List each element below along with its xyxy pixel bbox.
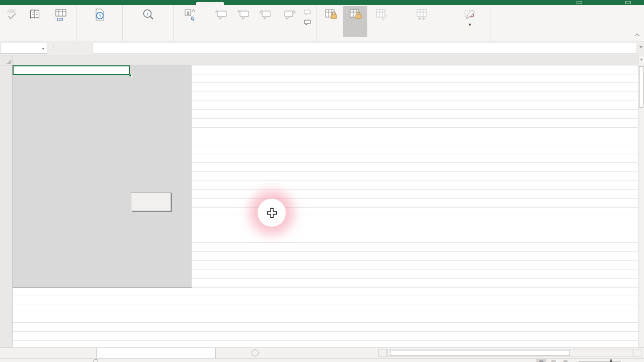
- protect-workbook-icon: [349, 7, 362, 22]
- previous-comment-icon: [259, 7, 272, 22]
- macro-record-icon[interactable]: [94, 359, 98, 362]
- ribbon-group-label: [0, 39, 76, 41]
- show-all-comments-button[interactable]: [304, 20, 313, 27]
- horizontal-scroll-thumb[interactable]: [390, 350, 570, 356]
- show-all-comments-icon: [304, 20, 311, 27]
- status-bar: ▦ ▤ ▥: [0, 358, 644, 362]
- ribbon-group-label: [77, 39, 122, 41]
- sheet-tab-active[interactable]: [96, 348, 216, 358]
- smart-lookup-button[interactable]: i: [124, 6, 172, 37]
- ribbon-group-protect: [317, 5, 449, 41]
- fill-handle[interactable]: [129, 74, 132, 77]
- column-headers: [0, 55, 638, 65]
- ribbon-options-icon[interactable]: [577, 1, 582, 4]
- delete-comment-icon: ✕: [237, 7, 250, 22]
- title-bar: [0, 0, 644, 5]
- ribbon-group-comments: + ✕: [207, 5, 317, 41]
- svg-text:ą: ą: [191, 15, 194, 21]
- row-headers: [0, 65, 13, 347]
- svg-text:123: 123: [56, 17, 63, 21]
- next-comment-button: [278, 6, 302, 37]
- selected-cell-a1[interactable]: [13, 65, 130, 75]
- horizontal-scrollbar[interactable]: [378, 349, 642, 357]
- spelling-icon: ABC: [6, 7, 19, 22]
- page-layout-view-icon[interactable]: ▤: [548, 359, 558, 362]
- sheet-grid[interactable]: [13, 65, 638, 347]
- ribbon-group-label: [123, 39, 173, 41]
- excel-window: ABC 123: [0, 0, 644, 362]
- previous-comment-button: [253, 6, 278, 37]
- show-hide-comment-icon: [304, 10, 311, 17]
- select-all-button[interactable]: [0, 55, 13, 65]
- name-box[interactable]: [0, 43, 47, 54]
- show-hide-comment-button: [304, 10, 313, 17]
- delete-comment-button: ✕: [234, 6, 253, 37]
- zoom-slider-thumb[interactable]: [610, 359, 612, 362]
- formula-bar-separator: ⋮: [51, 44, 57, 51]
- thesaurus-icon: [28, 7, 41, 22]
- unprotect-sheet-icon: [324, 7, 338, 22]
- accessibility-check-icon: [93, 7, 106, 22]
- next-comment-icon: [283, 7, 296, 22]
- translate-icon: aą: [183, 7, 197, 22]
- ribbon-group-language: aą: [174, 5, 207, 41]
- hide-ink-icon: [463, 7, 477, 22]
- vertical-scroll-thumb[interactable]: [639, 66, 643, 108]
- scroll-left-icon[interactable]: [378, 349, 387, 357]
- new-sheet-icon[interactable]: [252, 349, 259, 356]
- minimize-icon[interactable]: [625, 1, 631, 4]
- scroll-right-icon[interactable]: [633, 349, 641, 357]
- formula-input[interactable]: [93, 43, 637, 54]
- translate-button[interactable]: aą: [175, 6, 206, 37]
- smart-lookup-icon: i: [141, 7, 155, 22]
- workbook-statistics-button[interactable]: 123: [46, 6, 75, 37]
- normal-view-icon[interactable]: ▦: [536, 359, 546, 362]
- allow-edit-ranges-icon: [375, 7, 388, 22]
- unshare-workbook-icon: [415, 7, 429, 22]
- svg-text:i: i: [147, 11, 148, 17]
- ribbon-group-label: [449, 39, 491, 41]
- unshare-workbook-button: [395, 6, 448, 37]
- svg-text:ABC: ABC: [7, 9, 16, 14]
- vertical-scrollbar[interactable]: ▴: [638, 55, 644, 347]
- new-comment-button: +: [208, 6, 234, 37]
- horizontal-scroll-track[interactable]: [387, 349, 632, 357]
- oblicz-button[interactable]: [131, 192, 171, 211]
- scroll-up-icon[interactable]: ▴: [638, 55, 644, 64]
- ribbon-group-proofing: ABC 123: [0, 5, 77, 41]
- page-break-view-icon[interactable]: ▥: [560, 359, 571, 362]
- input-panel: [13, 65, 192, 288]
- protect-workbook-button[interactable]: [343, 6, 367, 37]
- ribbon: ABC 123: [0, 5, 644, 41]
- expand-formula-bar-icon[interactable]: [639, 46, 642, 48]
- hide-ink-button[interactable]: ▾: [450, 6, 490, 37]
- ribbon-group-label: [174, 39, 207, 41]
- formula-bar: ⋮: [0, 41, 644, 55]
- ribbon-group-label: [317, 39, 449, 41]
- ribbon-group-accessibility: [77, 5, 123, 41]
- name-box-dropdown-icon[interactable]: [42, 48, 45, 50]
- new-comment-icon: +: [215, 7, 228, 22]
- ribbon-group-label: [207, 39, 316, 41]
- unprotect-sheet-button[interactable]: [318, 6, 343, 37]
- spelling-button: ABC: [1, 6, 23, 37]
- check-accessibility-button[interactable]: [78, 6, 121, 37]
- svg-text:a: a: [187, 10, 190, 16]
- allow-edit-ranges-button: [367, 6, 395, 37]
- ribbon-group-ink: ▾: [449, 5, 491, 41]
- sheet-tab-bar: [0, 347, 644, 358]
- workbook-statistics-icon: 123: [54, 7, 68, 22]
- mouse-cursor: [267, 208, 277, 220]
- ribbon-group-insights: i: [123, 5, 174, 41]
- thesaurus-button[interactable]: [23, 6, 46, 37]
